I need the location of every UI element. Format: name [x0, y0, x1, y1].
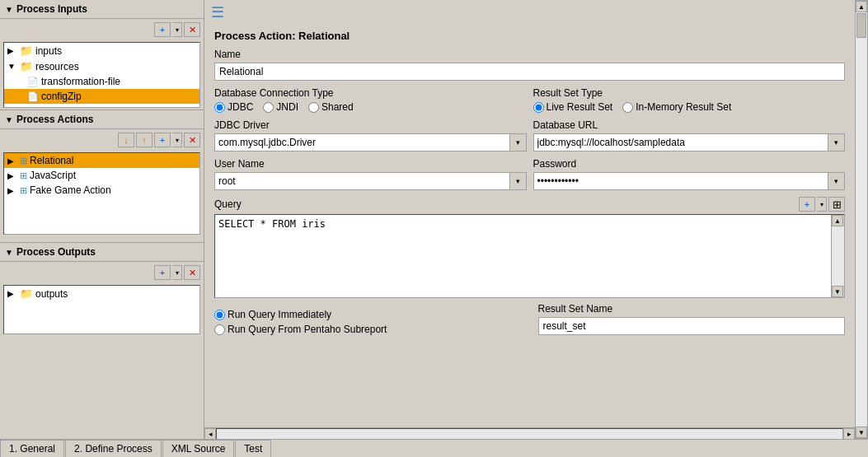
folder-icon-outputs: 📁 [20, 287, 33, 300]
move-up-button[interactable]: ↑ [136, 133, 152, 147]
app-container: ▼ Process Inputs + ▾ ✕ ▶ 📁 inputs [0, 0, 868, 457]
radio-jndi-label: JNDI [276, 101, 298, 113]
process-inputs-tree: ▶ 📁 inputs ▼ 📁 resources 📄 transformatio… [3, 42, 200, 108]
radio-inmemory[interactable]: In-Memory Result Set [622, 101, 731, 113]
tree-item-transformation[interactable]: 📄 transformation-file [4, 74, 199, 89]
result-set-name-input[interactable] [538, 317, 846, 335]
query-scrollbar: ▲ ▼ [831, 215, 844, 297]
result-set-type-label: Result Set Type [533, 87, 846, 99]
left-sections: ▼ Process Inputs + ▾ ✕ ▶ 📁 inputs [0, 0, 204, 439]
password-input[interactable] [533, 172, 829, 190]
database-url-select-row: ▾ [533, 133, 846, 152]
radio-run-pentaho[interactable]: Run Query From Pentaho Subreport [214, 324, 522, 335]
tree-item-relational[interactable]: ▶ ⊞ Relational [4, 153, 199, 168]
tree-item-fake-game-action[interactable]: ▶ ⊞ Fake Game Action [4, 183, 199, 198]
add-input-dropdown[interactable]: ▾ [172, 22, 182, 37]
remove-input-button[interactable]: ✕ [184, 22, 200, 37]
add-input-button[interactable]: + [154, 22, 171, 37]
radio-inmemory-input[interactable] [622, 102, 633, 113]
database-url-input[interactable] [533, 133, 829, 152]
tree-item-javascript[interactable]: ▶ ⊞ JavaScript [4, 168, 199, 183]
process-outputs-tree: ▶ 📁 outputs [3, 285, 200, 334]
query-scroll-up[interactable]: ▲ [832, 215, 843, 226]
process-inputs-header[interactable]: ▼ Process Inputs [0, 0, 204, 19]
radio-shared[interactable]: Shared [308, 101, 354, 113]
radio-run-pentaho-input[interactable] [214, 324, 225, 335]
process-outputs-label: Process Outputs [16, 246, 96, 258]
tab-test[interactable]: Test [235, 440, 271, 457]
radio-jndi[interactable]: JNDI [263, 101, 298, 113]
radio-jdbc[interactable]: JDBC [214, 101, 253, 113]
process-outputs-header[interactable]: ▼ Process Outputs [0, 243, 204, 262]
vscroll-track [856, 12, 867, 427]
query-label: Query [214, 198, 242, 210]
hscroll-left[interactable]: ◂ [204, 428, 216, 440]
password-arrow[interactable]: ▾ [828, 172, 845, 190]
query-expand-button[interactable]: ⊞ [828, 197, 845, 212]
file-icon-configzip: 📄 [27, 91, 39, 102]
remove-action-button[interactable]: ✕ [184, 133, 200, 147]
tree-item-resources[interactable]: ▼ 📁 resources [4, 58, 199, 74]
radio-shared-input[interactable] [308, 102, 319, 113]
add-query-button[interactable]: + [799, 197, 815, 212]
list-icon: ☰ [211, 3, 224, 21]
tree-item-inputs[interactable]: ▶ 📁 inputs [4, 43, 199, 58]
hscroll-track [216, 428, 843, 440]
jdbc-driver-arrow[interactable]: ▾ [510, 133, 527, 152]
remove-output-button[interactable]: ✕ [184, 265, 200, 280]
result-set-row: Run Query Immediately Run Query From Pen… [214, 303, 845, 335]
process-actions-tree: ▶ ⊞ Relational ▶ ⊞ JavaScript ▶ ⊞ Fa [3, 152, 200, 235]
process-actions-label: Process Actions [16, 114, 94, 125]
result-set-name-label: Result Set Name [538, 303, 846, 315]
db-connection-radio-group: JDBC JNDI Shared [214, 101, 527, 113]
username-arrow[interactable]: ▾ [510, 172, 527, 190]
vscroll-down[interactable]: ▼ [856, 427, 867, 438]
expand-javascript: ▶ [7, 171, 17, 180]
add-action-dropdown[interactable]: ▾ [172, 133, 182, 147]
tab-xml-source[interactable]: XML Source [162, 440, 235, 457]
tree-label-configzip: configZip [41, 91, 82, 102]
folder-icon-resources: 📁 [20, 60, 33, 72]
username-input[interactable] [214, 172, 510, 190]
tree-item-outputs[interactable]: ▶ 📁 outputs [4, 286, 199, 301]
radio-live[interactable]: Live Result Set [533, 101, 613, 113]
tab-define-process[interactable]: 2. Define Process [65, 440, 162, 457]
tree-label-relational: Relational [30, 155, 73, 166]
action-icon-fake-game: ⊞ [20, 185, 27, 196]
process-actions-toolbar: ↓ ↑ + ▾ ✕ [0, 129, 204, 151]
jdbc-driver-input[interactable] [214, 133, 510, 152]
right-main: ☰ Process Action: Relational Name Databa… [204, 0, 868, 439]
database-url-group: Database URL ▾ [533, 119, 846, 152]
panel-toolbar: ☰ [204, 0, 855, 25]
radio-jdbc-input[interactable] [214, 102, 225, 113]
name-input[interactable] [214, 63, 845, 81]
tree-label-inputs: inputs [35, 45, 62, 57]
query-scroll-down[interactable]: ▼ [832, 286, 843, 297]
result-set-radio-group: Live Result Set In-Memory Result Set [533, 101, 846, 113]
radio-jndi-input[interactable] [263, 102, 274, 113]
user-password-row: User Name ▾ Password ▾ [214, 158, 845, 190]
radio-run-immediately-input[interactable] [214, 310, 225, 320]
move-down-button[interactable]: ↓ [118, 133, 134, 147]
add-output-dropdown[interactable]: ▾ [172, 265, 182, 280]
horizontal-scrollbar: ◂ ▸ [204, 427, 855, 439]
bottom-tabs: 1. General 2. Define Process XML Source … [0, 439, 868, 457]
radio-live-input[interactable] [533, 102, 544, 113]
database-url-arrow[interactable]: ▾ [828, 133, 845, 152]
add-query-dropdown[interactable]: ▾ [817, 197, 827, 212]
tree-item-configzip[interactable]: 📄 configZip [4, 89, 199, 104]
radio-run-immediately[interactable]: Run Query Immediately [214, 309, 522, 320]
username-select-row: ▾ [214, 172, 527, 190]
process-actions-header[interactable]: ▼ Process Actions [0, 110, 204, 129]
expand-fake-game: ▶ [7, 186, 17, 195]
tab-general[interactable]: 1. General [0, 440, 64, 457]
add-action-button[interactable]: + [154, 133, 171, 147]
radio-inmemory-label: In-Memory Result Set [636, 101, 731, 113]
password-group: Password ▾ [533, 158, 846, 190]
add-output-button[interactable]: + [154, 265, 171, 280]
process-inputs-label: Process Inputs [16, 3, 87, 15]
hscroll-right[interactable]: ▸ [843, 428, 855, 440]
query-textarea[interactable]: SELECT * FROM iris [215, 215, 831, 297]
vscroll-up[interactable]: ▲ [856, 1, 867, 12]
process-actions-triangle: ▼ [5, 115, 13, 124]
